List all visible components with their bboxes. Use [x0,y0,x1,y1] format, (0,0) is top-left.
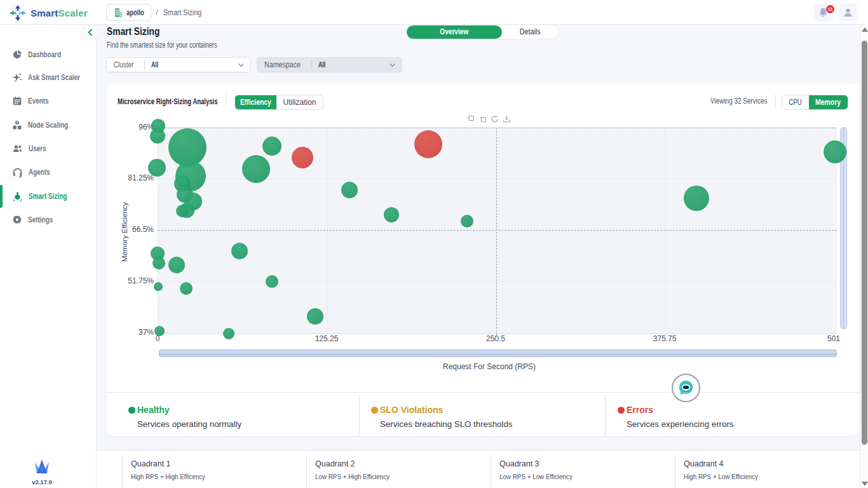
svg-text:?: ? [17,121,18,125]
